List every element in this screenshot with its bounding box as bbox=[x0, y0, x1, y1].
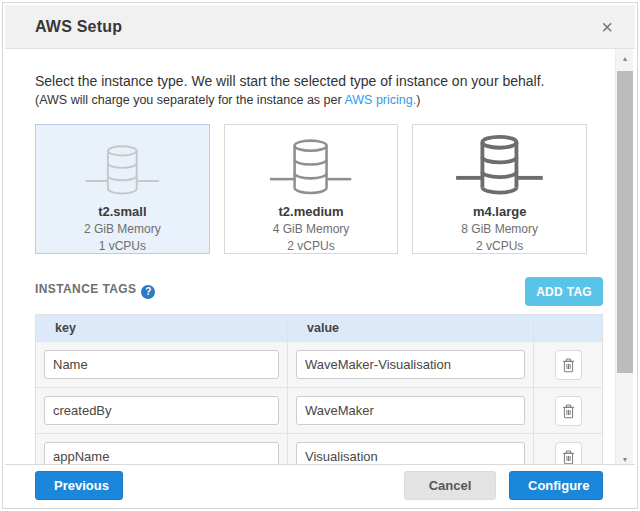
instance-vcpus: 2 vCPUs bbox=[476, 239, 523, 253]
table-row bbox=[36, 387, 602, 433]
delete-tag-button[interactable] bbox=[555, 396, 582, 426]
dialog-content: Select the instance type. We will start … bbox=[5, 49, 613, 470]
add-tag-button[interactable]: ADD TAG bbox=[525, 277, 603, 306]
instance-tags-bar: INSTANCE TAGS? ADD TAG bbox=[35, 276, 603, 306]
help-icon[interactable]: ? bbox=[141, 285, 155, 299]
instance-vcpus: 2 vCPUs bbox=[287, 239, 334, 253]
table-row bbox=[36, 341, 602, 387]
instance-tags-label: INSTANCE TAGS? bbox=[35, 282, 155, 299]
dialog-header: AWS Setup × bbox=[5, 5, 635, 49]
database-icon bbox=[453, 133, 546, 198]
dialog-title: AWS Setup bbox=[35, 18, 122, 36]
instance-name: m4.large bbox=[473, 204, 526, 219]
instance-name: t2.small bbox=[98, 204, 146, 219]
pricing-note-prefix: (AWS will charge you separately for the … bbox=[35, 93, 344, 107]
scrollbar-thumb[interactable] bbox=[617, 71, 633, 373]
tag-value-input[interactable] bbox=[296, 350, 525, 379]
vertical-scrollbar: ▲ ▼ bbox=[615, 49, 633, 470]
trash-icon bbox=[562, 450, 575, 465]
tag-key-input[interactable] bbox=[44, 350, 279, 379]
dialog-footer: Previous Cancel Configure bbox=[5, 464, 635, 506]
instance-card-t2medium[interactable]: t2.medium 4 GiB Memory 2 vCPUs bbox=[224, 124, 399, 254]
instance-type-list: t2.small 2 GiB Memory 1 vCPUs t2.medium … bbox=[35, 124, 601, 254]
configure-button[interactable]: Configure bbox=[509, 471, 603, 500]
instance-vcpus: 1 vCPUs bbox=[99, 239, 146, 253]
column-header-key: key bbox=[36, 315, 288, 341]
instance-memory: 8 GiB Memory bbox=[461, 222, 538, 236]
trash-icon bbox=[562, 358, 575, 373]
column-header-value: value bbox=[288, 315, 534, 341]
cancel-button[interactable]: Cancel bbox=[404, 471, 496, 500]
instance-tags-text: INSTANCE TAGS bbox=[35, 282, 136, 296]
trash-icon bbox=[562, 404, 575, 419]
aws-setup-dialog: AWS Setup × Select the instance type. We… bbox=[2, 2, 638, 509]
column-header-actions bbox=[534, 315, 602, 341]
tag-key-input[interactable] bbox=[44, 396, 279, 425]
database-icon bbox=[83, 143, 162, 198]
instance-name: t2.medium bbox=[279, 204, 344, 219]
pricing-note: (AWS will charge you separately for the … bbox=[35, 93, 601, 111]
tag-value-input[interactable] bbox=[296, 396, 525, 425]
previous-button[interactable]: Previous bbox=[35, 471, 123, 500]
database-icon bbox=[267, 137, 354, 198]
tags-table-header: key value bbox=[36, 315, 602, 341]
delete-tag-button[interactable] bbox=[555, 350, 582, 380]
pricing-note-suffix: ) bbox=[416, 93, 420, 107]
intro-text: Select the instance type. We will start … bbox=[35, 73, 601, 93]
tags-table: key value bbox=[35, 314, 603, 470]
instance-memory: 2 GiB Memory bbox=[84, 222, 161, 236]
instance-card-t2small[interactable]: t2.small 2 GiB Memory 1 vCPUs bbox=[35, 124, 210, 254]
aws-pricing-link[interactable]: AWS pricing. bbox=[344, 93, 416, 107]
instance-card-m4large[interactable]: m4.large 8 GiB Memory 2 vCPUs bbox=[412, 124, 587, 254]
close-icon[interactable]: × bbox=[597, 15, 617, 39]
scroll-up-arrow[interactable]: ▲ bbox=[616, 51, 634, 67]
instance-memory: 4 GiB Memory bbox=[273, 222, 350, 236]
